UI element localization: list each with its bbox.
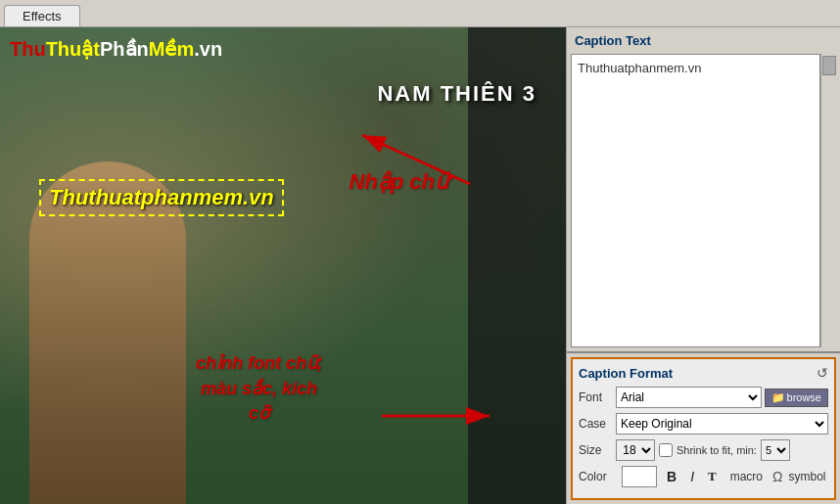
logo-thu: Thu: [10, 38, 46, 60]
site-logo: ThuThuậtPhầnMềm.vn: [10, 37, 222, 61]
caption-text-title: Caption Text: [571, 31, 836, 50]
format-section-header: Caption Format ↺: [579, 365, 828, 381]
folder-icon: 📁: [771, 391, 785, 404]
case-row: Case Keep Original: [579, 413, 828, 435]
caption-scrollbar[interactable]: [820, 54, 836, 347]
size-row: Size 18 Shrink to fit, min: 5: [579, 439, 828, 461]
svg-line-1: [362, 135, 470, 184]
scrollbar-thumb[interactable]: [822, 56, 836, 75]
caption-on-image: Thuthuatphanmem.vn: [39, 179, 284, 216]
color-label: Color: [579, 470, 616, 483]
caption-format-section: Caption Format ↺ Font Arial 📁 browse: [571, 357, 836, 500]
color-row: Color B I T macro Ω symbol: [579, 466, 828, 487]
arrow-nhap-chu: [343, 125, 499, 223]
logo-vn: .vn: [194, 38, 222, 60]
size-controls: 18 Shrink to fit, min: 5: [616, 439, 790, 461]
tab-bar: Effects: [0, 0, 840, 27]
browse-label: browse: [787, 391, 821, 403]
main-container: Effects ThuThuậtPhầnMềm.vn NAM THIÊN 3 T…: [0, 0, 840, 504]
right-panel: Caption Text Thuthuatphanmem.vn Caption …: [566, 27, 840, 504]
arrow-chinh-font: [382, 401, 499, 431]
bold-button[interactable]: B: [663, 468, 680, 485]
caption-textarea[interactable]: Thuthuatphanmem.vn: [572, 55, 819, 346]
size-label: Size: [579, 443, 616, 457]
caps-button[interactable]: T: [704, 468, 721, 485]
min-select[interactable]: 5: [761, 439, 790, 461]
symbol-button[interactable]: symbol: [789, 470, 826, 483]
italic-button[interactable]: I: [686, 468, 698, 485]
size-select[interactable]: 18: [616, 439, 655, 461]
caption-textarea-area: Thuthuatphanmem.vn: [571, 54, 836, 347]
logo-phan: Phần: [100, 38, 149, 60]
caption-format-title: Caption Format: [579, 366, 673, 381]
case-label: Case: [579, 417, 616, 431]
font-label: Font: [579, 390, 616, 404]
image-bg: ThuThuậtPhầnMềm.vn NAM THIÊN 3 Thuthuatp…: [0, 27, 566, 504]
case-select[interactable]: Keep Original: [616, 413, 828, 435]
chinh-font-label: chỉnh font chữ, màu sắc, kích cỡ: [196, 351, 322, 426]
omega-icon: Ω: [772, 469, 782, 484]
macro-button[interactable]: macro: [726, 469, 767, 484]
color-swatch[interactable]: [622, 466, 657, 487]
image-panel: ThuThuậtPhầnMềm.vn NAM THIÊN 3 Thuthuatp…: [0, 27, 566, 504]
browse-button[interactable]: 📁 browse: [765, 389, 828, 407]
logo-thuat: Thuật: [46, 38, 100, 60]
image-title: NAM THIÊN 3: [377, 81, 537, 107]
reset-icon[interactable]: ↺: [817, 365, 828, 381]
caption-textarea-wrapper: Thuthuatphanmem.vn: [571, 54, 820, 347]
font-select[interactable]: Arial: [616, 387, 762, 408]
shrink-checkbox[interactable]: [659, 443, 673, 457]
font-row: Font Arial 📁 browse: [579, 387, 828, 408]
effects-tab[interactable]: Effects: [4, 5, 80, 26]
caption-text-section: Caption Text Thuthuatphanmem.vn: [567, 27, 840, 353]
shrink-label: Shrink to fit, min:: [677, 444, 757, 456]
logo-mem: Mềm: [149, 38, 194, 60]
content-area: ThuThuậtPhầnMềm.vn NAM THIÊN 3 Thuthuatp…: [0, 27, 840, 504]
